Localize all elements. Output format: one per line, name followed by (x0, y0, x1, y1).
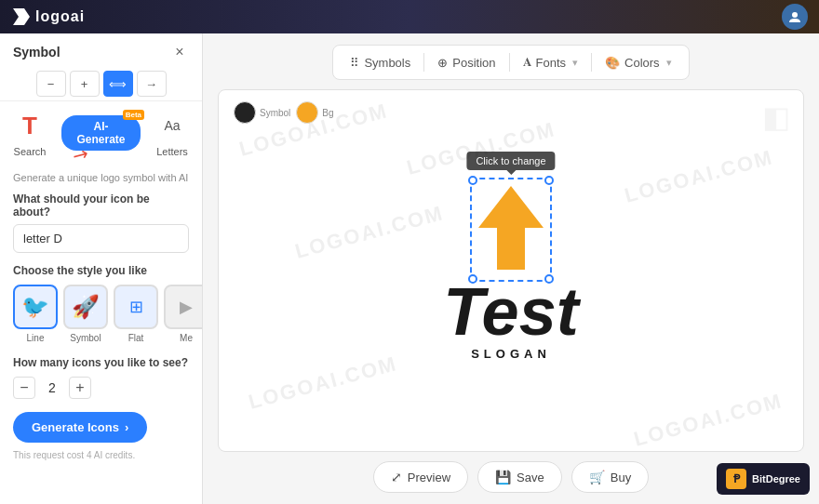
handle-tl[interactable] (468, 176, 477, 185)
style-label-flat: Flat (128, 333, 144, 343)
swatch-symbol[interactable] (234, 101, 256, 124)
swatch-symbol-label: Symbol (260, 108, 290, 118)
tab-letters[interactable]: Aa Letters (155, 109, 189, 157)
style-label-line: Line (27, 333, 45, 343)
logo-text: logoai (35, 8, 85, 25)
count-decrease-button[interactable]: − (13, 377, 35, 399)
handle-bl[interactable] (468, 274, 477, 284)
canvas-tabs: ⠿ Symbols ⊕ Position 𝐀 Fonts ▾ 🎨 Colors … (332, 45, 689, 80)
user-avatar[interactable] (782, 4, 808, 30)
symbols-tab-icon: ⠿ (350, 56, 359, 70)
style-grid: 🐦 Line 🚀 Symbol ⊞ Flat ▶ Me (13, 285, 189, 343)
count-increase-button[interactable]: + (69, 377, 91, 399)
beta-badge: Beta (123, 110, 144, 120)
preview-label: Preview (408, 471, 450, 484)
layer-btn-right[interactable]: → (137, 71, 167, 97)
fonts-dropdown-icon: ▾ (572, 57, 578, 69)
bitdegree-icon: Ᵽ (726, 469, 746, 489)
letters-tab-label: Letters (156, 146, 188, 157)
watermark-4: LOGOAI.COM (631, 389, 785, 452)
preview-icon: ⤢ (391, 470, 402, 484)
logoai-icon (11, 7, 32, 27)
watermark-3: LOGOAI.COM (246, 351, 399, 415)
watermark-2: LOGOAI.COM (622, 145, 775, 208)
bottom-bar: ⤢ Preview 💾 Save 🛒 Buy (373, 452, 649, 493)
style-label-symbol: Symbol (70, 333, 101, 343)
layer-btn-back[interactable]: − (36, 71, 66, 97)
style-thumb-more: ▶ (164, 285, 202, 329)
symbols-tab-label: Symbols (364, 56, 410, 70)
tab-fonts[interactable]: 𝐀 Fonts ▾ (510, 49, 592, 75)
tab-ai-generate[interactable]: AI-Generate Beta (61, 115, 141, 151)
layer-controls: − + ⟺ → (0, 67, 202, 101)
swatch-group-1: Symbol (234, 101, 290, 124)
search-tab-icon: T (13, 109, 47, 142)
canvas-area: ⠿ Symbols ⊕ Position 𝐀 Fonts ▾ 🎨 Colors … (203, 33, 819, 504)
fonts-tab-label: Fonts (536, 56, 567, 70)
save-button[interactable]: 💾 Save (477, 461, 562, 493)
style-item-symbol[interactable]: 🚀 Symbol (63, 285, 108, 343)
bitdegree-badge: Ᵽ BitDegree (717, 463, 810, 495)
handle-br[interactable] (544, 274, 554, 284)
swatch-bg-label: Bg (322, 108, 333, 118)
save-label: Save (517, 471, 544, 484)
generate-btn-arrow: › (125, 420, 128, 434)
bitdegree-icon-text: Ᵽ (733, 472, 740, 485)
logo-canvas[interactable]: LOGOAI.COM LOGOAI.COM LOGOAI.COM LOGOAI.… (218, 89, 804, 452)
style-thumb-line: 🐦 (13, 285, 58, 329)
ai-generate-button[interactable]: AI-Generate Beta (61, 115, 141, 151)
style-section-label: Choose the style you like (13, 264, 189, 277)
logo-main-text: Test (443, 278, 578, 345)
svg-marker-0 (13, 8, 30, 25)
svg-point-1 (792, 12, 798, 18)
arrow-selection-wrapper[interactable] (474, 181, 548, 278)
save-icon: 💾 (495, 470, 511, 484)
buy-label: Buy (611, 471, 631, 484)
user-icon (787, 9, 802, 24)
logo-text-row: Test (443, 278, 578, 345)
layer-btn-forward[interactable]: + (70, 71, 100, 97)
style-item-line[interactable]: 🐦 Line (13, 285, 58, 343)
buy-icon: 🛒 (589, 470, 605, 484)
watermark-5: LOGOAI.COM (292, 201, 446, 264)
fonts-tab-icon: 𝐀 (523, 55, 531, 70)
icon-input[interactable] (13, 224, 189, 253)
buy-button[interactable]: 🛒 Buy (571, 461, 649, 493)
tab-search[interactable]: T Search (13, 109, 47, 157)
colors-dropdown-icon: ▾ (666, 57, 672, 69)
preview-button[interactable]: ⤢ Preview (373, 461, 468, 493)
tab-symbols[interactable]: ⠿ Symbols (337, 50, 423, 75)
logo-content[interactable]: Click to change Test (443, 181, 578, 361)
style-item-flat[interactable]: ⊞ Flat (114, 285, 158, 343)
search-tabs: T Search AI-Generate Beta Aa Letters (0, 101, 202, 165)
panel-body: Generate a unique logo symbol with AI Wh… (0, 165, 202, 504)
count-value: 2 (45, 380, 60, 395)
generate-icons-button[interactable]: Generate Icons › (13, 412, 147, 443)
style-thumb-symbol: 🚀 (63, 285, 108, 329)
style-item-more[interactable]: ▶ Me (164, 285, 202, 343)
color-swatches: Symbol Bg (234, 101, 334, 124)
logo-area: logoai (11, 7, 85, 27)
tab-colors[interactable]: 🎨 Colors ▾ (592, 50, 685, 75)
position-tab-icon: ⊕ (437, 56, 448, 70)
handle-tr[interactable] (544, 176, 554, 185)
click-to-change-tooltip: Click to change (466, 152, 555, 170)
logo-slogan: SLOGAN (471, 347, 551, 361)
panel-title: Symbol (13, 45, 60, 60)
count-section-label: How many icons you like to see? (13, 356, 189, 369)
swatch-bg[interactable] (296, 101, 318, 124)
close-button[interactable]: × (170, 43, 189, 61)
generate-desc: Generate a unique logo symbol with AI (13, 172, 189, 183)
search-tab-label: Search (14, 146, 47, 157)
layer-btn-flip[interactable]: ⟺ (103, 71, 133, 97)
count-control: − 2 + (13, 377, 189, 399)
selection-box (470, 178, 552, 282)
watermark-6: LOGOAI.COM (404, 117, 557, 180)
tab-position[interactable]: ⊕ Position (424, 50, 508, 75)
letters-tab-icon: Aa (155, 109, 189, 142)
topbar: logoai (0, 0, 819, 33)
swatch-group-2: Bg (296, 101, 333, 124)
colors-tab-label: Colors (624, 56, 660, 70)
main-content: Symbol × − + ⟺ → T Search AI-Generate Be… (0, 33, 819, 504)
style-thumb-flat: ⊞ (114, 285, 158, 329)
